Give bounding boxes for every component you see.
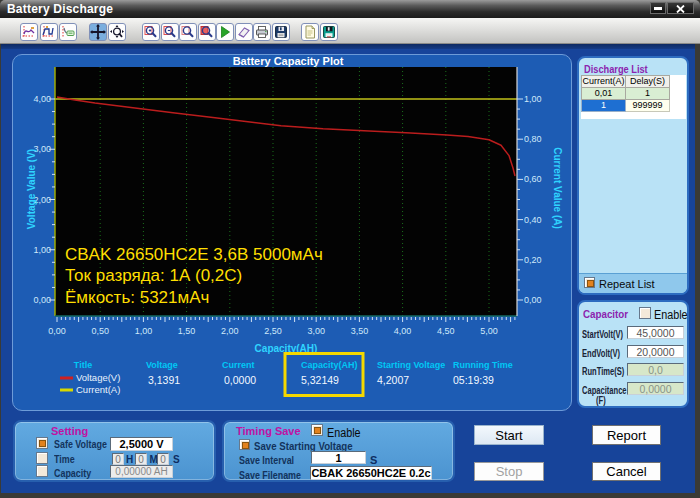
svg-text:1,00: 1,00 xyxy=(135,326,153,336)
svg-text:4,00: 4,00 xyxy=(394,326,412,336)
svg-text:05:19:39: 05:19:39 xyxy=(453,374,494,386)
svg-text:0,60: 0,60 xyxy=(524,174,542,184)
svg-text:Ток разряда: 1А (0,2С): Ток разряда: 1А (0,2С) xyxy=(65,266,242,285)
svg-text:0,80: 0,80 xyxy=(524,134,542,144)
svg-text:Current: Current xyxy=(222,360,255,370)
svg-text:0,00: 0,00 xyxy=(48,326,66,336)
svg-text:2,50: 2,50 xyxy=(264,326,282,336)
svg-text:5,00: 5,00 xyxy=(480,326,498,336)
svg-text:Battery Capacity Plot: Battery Capacity Plot xyxy=(233,55,344,67)
svg-text:Voltage: Voltage xyxy=(146,360,178,370)
svg-text:4,2007: 4,2007 xyxy=(377,374,409,386)
svg-text:Running Time: Running Time xyxy=(453,360,513,370)
svg-text:3,50: 3,50 xyxy=(351,326,369,336)
svg-text:0,00: 0,00 xyxy=(524,295,542,305)
svg-text:4,00: 4,00 xyxy=(33,94,51,104)
svg-text:5,32149: 5,32149 xyxy=(301,374,339,386)
svg-text:0,20: 0,20 xyxy=(524,255,542,265)
svg-text:0,40: 0,40 xyxy=(524,215,542,225)
svg-text:Voltage(V): Voltage(V) xyxy=(76,372,120,383)
svg-text:4,50: 4,50 xyxy=(437,326,455,336)
svg-text:1,50: 1,50 xyxy=(178,326,196,336)
svg-text:Ёмкость: 5321мАч: Ёмкость: 5321мАч xyxy=(65,288,209,307)
svg-text:Current(A): Current(A) xyxy=(76,384,120,395)
svg-text:1,00: 1,00 xyxy=(524,94,542,104)
svg-text:Starting Voltage: Starting Voltage xyxy=(377,360,445,370)
svg-text:Title: Title xyxy=(74,360,92,370)
svg-text:Capacity(AH): Capacity(AH) xyxy=(301,360,358,370)
svg-text:Voltage Value (V): Voltage Value (V) xyxy=(26,149,37,229)
svg-text:Current Value (A): Current Value (A) xyxy=(552,147,563,229)
svg-text:0,00: 0,00 xyxy=(33,295,51,305)
svg-text:2,00: 2,00 xyxy=(221,326,239,336)
svg-text:0,0000: 0,0000 xyxy=(224,374,256,386)
svg-text:0,50: 0,50 xyxy=(91,326,109,336)
svg-text:CBAK 26650HC2E 3,6В 5000мАч: CBAK 26650HC2E 3,6В 5000мАч xyxy=(65,245,323,264)
svg-text:3,1391: 3,1391 xyxy=(148,374,180,386)
svg-text:3,00: 3,00 xyxy=(307,326,325,336)
svg-text:1,00: 1,00 xyxy=(33,245,51,255)
